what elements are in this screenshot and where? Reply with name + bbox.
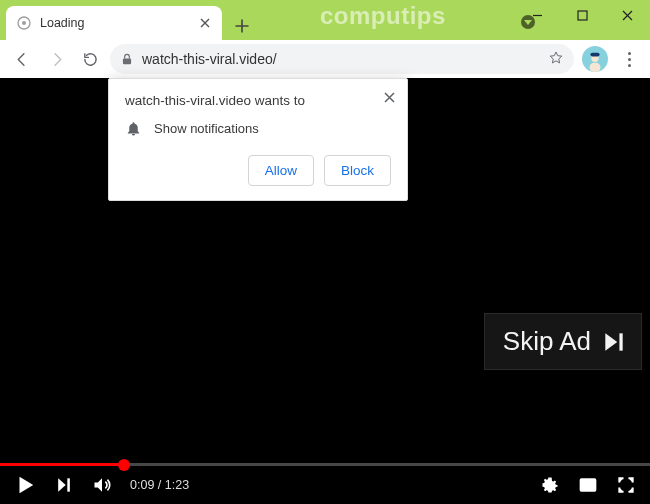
watermark-text: computips [320, 2, 446, 30]
permission-label: Show notifications [154, 121, 259, 136]
forward-button[interactable] [42, 45, 70, 73]
avatar-icon [584, 50, 606, 72]
svg-rect-7 [590, 53, 599, 57]
miniplayer-button[interactable] [578, 475, 598, 495]
browser-toolbar: watch-this-viral.video/ [0, 40, 650, 78]
settings-button[interactable] [540, 475, 560, 495]
fullscreen-button[interactable] [616, 475, 636, 495]
lock-icon [120, 52, 134, 66]
permission-prompt: watch-this-viral.video wants to Show not… [108, 78, 408, 201]
back-button[interactable] [8, 45, 36, 73]
svg-rect-4 [123, 58, 131, 64]
prompt-close-button[interactable] [379, 87, 399, 107]
player-controls: 0:09 / 1:23 [0, 466, 650, 504]
elapsed-time: 0:09 [130, 478, 154, 492]
svg-rect-11 [588, 485, 594, 489]
block-button[interactable]: Block [324, 155, 391, 186]
play-button[interactable] [14, 474, 36, 496]
svg-rect-3 [578, 11, 587, 20]
reload-button[interactable] [76, 45, 104, 73]
skip-ad-button[interactable]: Skip Ad [484, 313, 642, 370]
bookmark-star-button[interactable] [548, 50, 564, 69]
bell-icon [125, 120, 142, 137]
volume-button[interactable] [92, 475, 112, 495]
title-bar: Loading computips [0, 0, 650, 40]
address-bar[interactable]: watch-this-viral.video/ [110, 44, 574, 74]
svg-rect-8 [619, 333, 622, 350]
svg-rect-9 [67, 478, 70, 491]
allow-button[interactable]: Allow [248, 155, 314, 186]
tab-strip: Loading [0, 0, 256, 40]
chrome-menu-button[interactable] [616, 46, 642, 72]
window-controls [515, 0, 650, 30]
skip-next-icon [601, 329, 627, 355]
prompt-title: watch-this-viral.video wants to [125, 93, 391, 108]
tab-title: Loading [40, 16, 190, 30]
duration-time: 1:23 [165, 478, 189, 492]
maximize-button[interactable] [560, 0, 605, 30]
url-text: watch-this-viral.video/ [142, 51, 540, 67]
gear-icon [540, 475, 560, 495]
loading-favicon-icon [16, 15, 32, 31]
time-display: 0:09 / 1:23 [130, 478, 189, 492]
skip-ad-label: Skip Ad [503, 326, 591, 357]
browser-window: Loading computips watch-this-viral.video… [0, 0, 650, 504]
close-window-button[interactable] [605, 0, 650, 30]
minimize-button[interactable] [515, 0, 560, 30]
svg-point-1 [22, 21, 26, 25]
new-tab-button[interactable] [228, 12, 256, 40]
svg-rect-6 [590, 63, 601, 72]
browser-tab[interactable]: Loading [6, 6, 222, 40]
profile-avatar-button[interactable] [582, 46, 608, 72]
next-button[interactable] [54, 475, 74, 495]
tab-close-button[interactable] [198, 16, 212, 30]
